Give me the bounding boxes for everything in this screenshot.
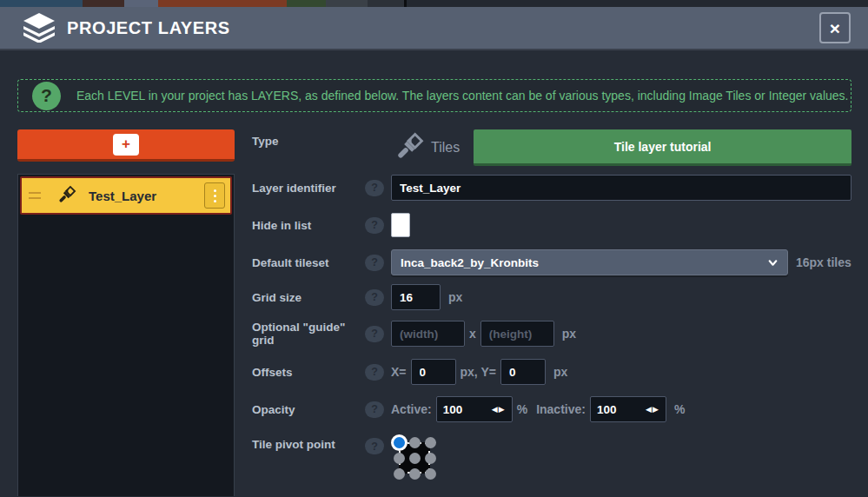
guide-separator: x (469, 327, 476, 341)
offsets-unit: px (553, 365, 567, 379)
guide-grid-unit: px (562, 327, 576, 341)
dialog-body: ? Each LEVEL in your project has LAYERS,… (0, 79, 868, 496)
offsets-label: Offsets (252, 366, 365, 379)
app-strip-segment (83, 0, 124, 7)
tiles-brush-icon (391, 130, 426, 165)
app-strip-segment (326, 0, 368, 7)
layer-identifier-input[interactable] (391, 175, 851, 201)
opacity-active-value: 100 (443, 403, 492, 416)
layers-sidebar: + Test_Layer (17, 129, 235, 496)
guide-height-input[interactable] (480, 321, 554, 347)
help-icon[interactable]: ? (365, 364, 384, 381)
type-value: Tiles (431, 140, 460, 156)
app-strip-segment (158, 0, 287, 7)
layer-list-item[interactable]: Test_Layer (20, 176, 232, 215)
row-opacity: Opacity ? Active: 100 ◀▶ % Inactive: 100… (252, 395, 851, 423)
row-offsets: Offsets ? X= px, Y= px (252, 358, 851, 386)
tile-layer-tutorial-button[interactable]: Tile layer tutorial (474, 129, 851, 166)
layer-settings-form: Type Tiles Tile layer tutorial (235, 129, 851, 480)
pivot-dot-selected[interactable] (391, 434, 407, 451)
tileset-size-text: 16px tiles (796, 255, 851, 269)
pivot-dot[interactable] (394, 468, 405, 480)
chevron-down-icon (767, 257, 779, 268)
question-icon: ? (32, 82, 61, 110)
pivot-dot[interactable] (409, 453, 421, 464)
close-button[interactable]: × (819, 12, 851, 43)
offset-x-label: X= (391, 365, 407, 379)
tile-pivot-label: Tile pivot point (252, 438, 365, 451)
stepper-arrows-icon[interactable]: ◀▶ (492, 405, 506, 414)
dialog-main: + Test_Layer (17, 129, 851, 496)
background-app-strip (0, 0, 868, 7)
app-strip-segment (368, 0, 404, 7)
type-label: Type (252, 129, 365, 148)
grid-size-input[interactable] (391, 284, 441, 310)
pivot-dot[interactable] (409, 437, 421, 448)
help-icon[interactable]: ? (365, 180, 384, 196)
row-guide-grid: Optional "guide" grid ? x px (252, 320, 851, 348)
default-tileset-label: Default tileset (252, 256, 365, 269)
app-strip-segment (407, 0, 868, 7)
pivot-dot[interactable] (394, 453, 405, 464)
default-tileset-select[interactable]: Inca_back2_by_Kronbits (391, 249, 788, 275)
row-grid-size: Grid size ? px (252, 283, 851, 311)
pivot-dot[interactable] (409, 468, 421, 480)
opacity-inactive-value: 100 (597, 403, 646, 416)
help-icon[interactable]: ? (365, 438, 384, 454)
notice-text: Each LEVEL in your project has LAYERS, a… (76, 89, 848, 103)
drag-handle-icon[interactable] (29, 192, 41, 199)
opacity-active-label: Active: (391, 402, 432, 416)
row-hide-in-list: Hide in list ? (252, 211, 851, 239)
pivot-dot[interactable] (425, 453, 436, 464)
help-icon[interactable]: ? (365, 289, 384, 306)
row-default-tileset: Default tileset ? Inca_back2_by_Kronbits… (252, 248, 851, 276)
guide-width-input[interactable] (391, 321, 465, 347)
project-layers-dialog: PROJECT LAYERS × ? Each LEVEL in your pr… (0, 0, 868, 497)
row-tile-pivot: Tile pivot point ? (252, 433, 851, 480)
row-type: Type Tiles Tile layer tutorial (252, 129, 851, 166)
layer-name: Test_Layer (89, 189, 204, 203)
layer-list: Test_Layer (17, 174, 235, 496)
opacity-inactive-unit: % (674, 402, 685, 416)
help-icon[interactable]: ? (365, 217, 384, 234)
help-notice: ? Each LEVEL in your project has LAYERS,… (17, 79, 851, 112)
selected-tileset: Inca_back2_by_Kronbits (401, 256, 767, 269)
grid-size-label: Grid size (252, 291, 365, 304)
row-layer-identifier: Layer identifier ? (252, 174, 851, 202)
dialog-header: PROJECT LAYERS × (0, 7, 868, 50)
opacity-active-stepper[interactable]: 100 ◀▶ (436, 396, 513, 422)
hide-in-list-label: Hide in list (252, 219, 365, 232)
offset-y-label: px, Y= (461, 365, 496, 379)
add-layer-button[interactable]: + (17, 129, 235, 162)
identifier-label: Layer identifier (252, 182, 365, 195)
help-icon[interactable]: ? (365, 326, 384, 342)
plus-icon: + (113, 134, 139, 156)
hide-in-list-checkbox[interactable] (391, 213, 410, 237)
app-strip-segment (0, 0, 83, 7)
dialog-title: PROJECT LAYERS (67, 18, 230, 38)
pivot-dot[interactable] (425, 437, 436, 448)
opacity-label: Opacity (252, 403, 365, 416)
layer-menu-button[interactable] (204, 182, 225, 209)
opacity-inactive-label: Inactive: (536, 402, 586, 416)
help-icon[interactable]: ? (365, 401, 384, 418)
offset-y-input[interactable] (500, 359, 546, 385)
help-icon[interactable]: ? (365, 255, 384, 271)
stepper-arrows-icon[interactable]: ◀▶ (646, 405, 659, 414)
app-strip-segment (124, 0, 158, 7)
guide-grid-label: Optional "guide" grid (252, 321, 365, 347)
tile-pivot-widget (391, 434, 440, 483)
offset-x-input[interactable] (411, 359, 456, 385)
pivot-dot[interactable] (425, 468, 436, 480)
brush-icon (55, 184, 77, 207)
app-strip-segment (287, 0, 326, 7)
opacity-active-unit: % (517, 402, 527, 416)
grid-size-unit: px (448, 290, 462, 304)
opacity-inactive-stepper[interactable]: 100 ◀▶ (590, 396, 666, 422)
layers-icon (23, 13, 56, 43)
